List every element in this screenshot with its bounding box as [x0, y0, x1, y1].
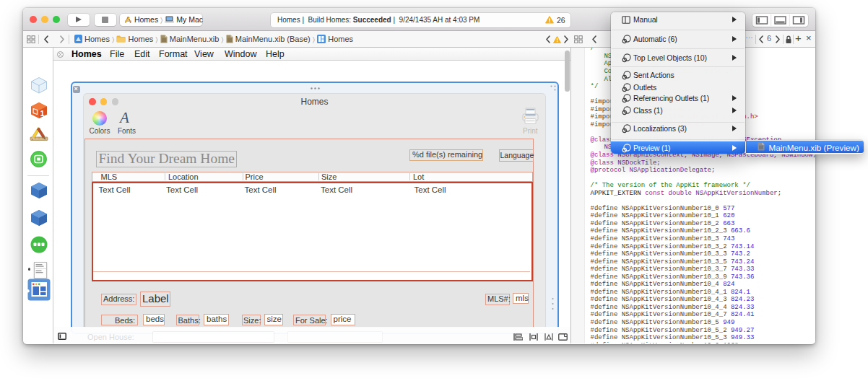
svg-text:1: 1 [40, 110, 45, 118]
